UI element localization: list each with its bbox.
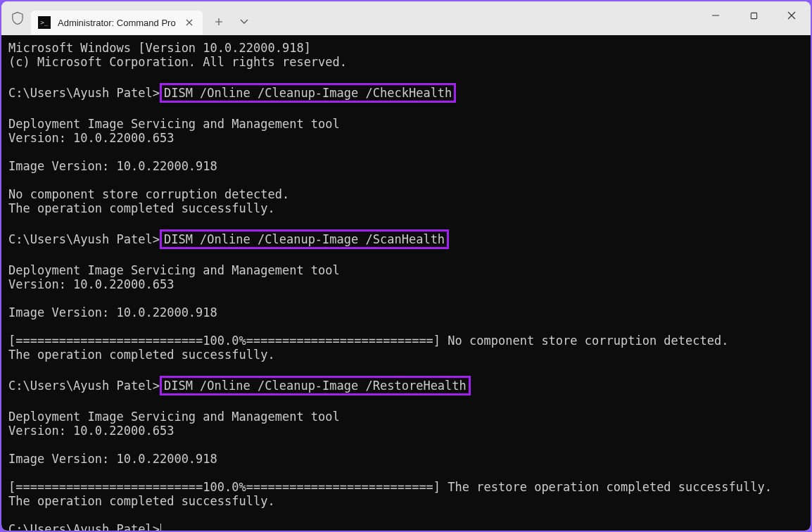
tab-dropdown-button[interactable] — [234, 11, 255, 32]
tool-version: Version: 10.0.22000.653 — [8, 131, 174, 145]
tool-name: Deployment Image Servicing and Managemen… — [8, 263, 340, 277]
new-tab-button[interactable] — [208, 11, 229, 32]
result-text: No component store corruption detected. — [8, 187, 289, 201]
command-checkhealth: DISM /Online /Cleanup-Image /CheckHealth — [160, 83, 456, 103]
close-tab-button[interactable] — [183, 16, 196, 29]
prompt: C:\Users\Ayush Patel> — [8, 522, 160, 531]
image-version: Image Version: 10.0.22000.918 — [8, 159, 217, 173]
progress-bar: [==========================100.0%=======… — [8, 480, 772, 494]
command-scanhealth: DISM /Online /Cleanup-Image /ScanHealth — [160, 229, 449, 249]
copyright: (c) Microsoft Corporation. All rights re… — [8, 55, 347, 69]
progress-bar: [==========================100.0%=======… — [8, 334, 729, 348]
tab-title: Administrator: Command Pro — [58, 18, 176, 28]
active-tab[interactable]: >_ Administrator: Command Pro — [31, 11, 203, 34]
text-cursor — [160, 524, 161, 531]
maximize-button[interactable] — [735, 1, 773, 30]
terminal-output[interactable]: Microsoft Windows [Version 10.0.22000.91… — [1, 35, 811, 531]
svg-rect-0 — [751, 13, 756, 18]
prompt: C:\Users\Ayush Patel> — [8, 379, 160, 393]
terminal-window: >_ Administrator: Command Pro Microsoft … — [1, 1, 811, 531]
close-window-button[interactable] — [773, 1, 811, 30]
minimize-button[interactable] — [697, 1, 735, 30]
tool-version: Version: 10.0.22000.653 — [8, 424, 174, 438]
tool-name: Deployment Image Servicing and Managemen… — [8, 410, 340, 424]
command-restorehealth: DISM /Online /Cleanup-Image /RestoreHeal… — [160, 376, 471, 395]
result-text: The operation completed successfully. — [8, 201, 275, 215]
image-version: Image Version: 10.0.22000.918 — [8, 305, 217, 319]
prompt: C:\Users\Ayush Patel> — [8, 232, 160, 246]
os-header: Microsoft Windows [Version 10.0.22000.91… — [8, 41, 311, 55]
titlebar: >_ Administrator: Command Pro — [1, 1, 811, 35]
tool-version: Version: 10.0.22000.653 — [8, 277, 174, 291]
prompt: C:\Users\Ayush Patel> — [8, 86, 160, 100]
cmd-icon: >_ — [38, 16, 51, 29]
image-version: Image Version: 10.0.22000.918 — [8, 452, 217, 466]
window-controls — [697, 1, 811, 35]
result-text: The operation completed successfully. — [8, 348, 275, 362]
result-text: The operation completed successfully. — [8, 494, 275, 508]
tool-name: Deployment Image Servicing and Managemen… — [8, 117, 340, 131]
shield-icon — [11, 11, 24, 25]
